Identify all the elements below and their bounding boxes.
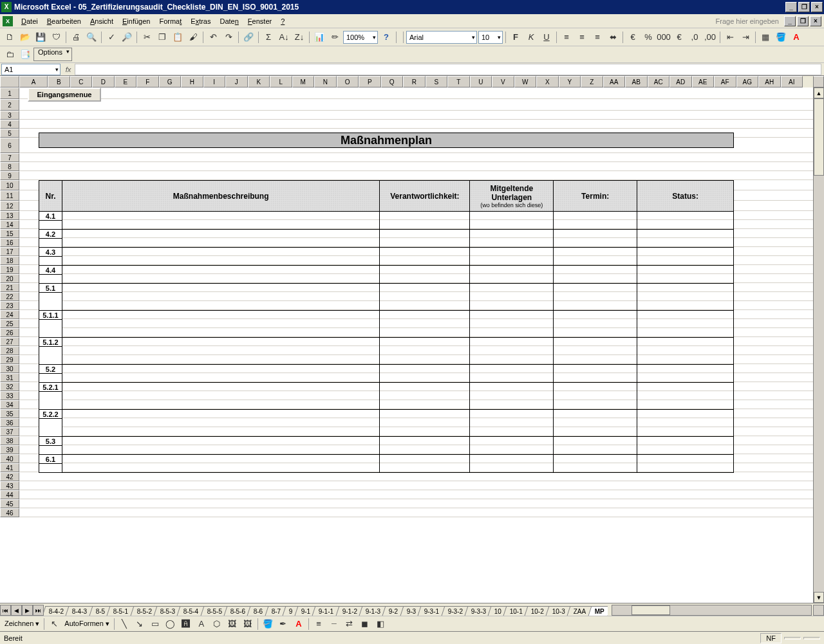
column-header-O[interactable]: O (337, 76, 359, 87)
data-cell[interactable] (62, 410, 379, 437)
spelling-icon[interactable]: ✓ (104, 30, 118, 44)
menu-extras[interactable]: Extras (186, 16, 215, 26)
row-header-15[interactable]: 15 (0, 229, 19, 238)
row-header-6[interactable]: 6 (0, 138, 19, 153)
hscroll-thumb[interactable] (632, 605, 670, 615)
row-header-16[interactable]: 16 (0, 238, 19, 247)
vertical-scrollbar[interactable]: ▲ ▼ (813, 87, 824, 603)
data-cell[interactable] (470, 410, 554, 437)
column-header-U[interactable]: U (470, 76, 492, 87)
arrow-icon[interactable]: ↘ (133, 617, 147, 631)
data-cell[interactable] (62, 230, 379, 248)
align-right-icon[interactable]: ≡ (590, 30, 604, 44)
row-header-36[interactable]: 36 (0, 418, 19, 427)
custom-btn-1-icon[interactable]: 🗀 (3, 48, 17, 62)
comma-icon[interactable]: 000 (657, 30, 671, 44)
data-cell[interactable] (637, 365, 734, 383)
oval-icon[interactable]: ◯ (164, 617, 178, 631)
data-cell[interactable] (470, 365, 554, 383)
print-icon[interactable]: 🖨 (69, 30, 83, 44)
data-cell[interactable] (380, 311, 470, 338)
column-header-D[interactable]: D (92, 76, 115, 87)
row-header-31[interactable]: 31 (0, 373, 19, 382)
column-header-M[interactable]: M (292, 76, 315, 87)
save-icon[interactable]: 💾 (33, 30, 48, 44)
line-style-icon[interactable]: ≡ (312, 617, 326, 631)
data-cell[interactable] (470, 437, 554, 455)
tab-prev-icon[interactable]: ◀ (11, 605, 22, 616)
column-header-AE[interactable]: AE (692, 76, 715, 87)
row-header-2[interactable]: 2 (0, 99, 19, 111)
formula-input[interactable] (75, 64, 821, 75)
row-header-27[interactable]: 27 (0, 337, 19, 346)
data-cell[interactable] (380, 437, 470, 455)
data-cell[interactable] (554, 248, 637, 266)
data-cell[interactable] (380, 266, 470, 284)
threed-icon[interactable]: ◧ (373, 617, 388, 631)
data-cell[interactable] (554, 365, 637, 383)
row-header-13[interactable]: 13 (0, 211, 19, 220)
data-cell[interactable] (470, 338, 554, 365)
fx-icon[interactable]: fx (62, 66, 75, 73)
data-cell[interactable] (380, 365, 470, 383)
autoformen-menu[interactable]: AutoFormen ▾ (62, 620, 111, 628)
decrease-decimal-icon[interactable]: ,00 (703, 30, 717, 44)
column-header-Q[interactable]: Q (381, 76, 404, 87)
data-cell[interactable] (62, 383, 379, 410)
menu-help[interactable]: ? (276, 16, 289, 26)
data-cell[interactable] (637, 338, 734, 365)
row-header-26[interactable]: 26 (0, 328, 19, 337)
data-cell[interactable] (637, 284, 734, 311)
data-cell[interactable] (380, 410, 470, 437)
row-header-30[interactable]: 30 (0, 364, 19, 373)
column-header-AB[interactable]: AB (625, 76, 648, 87)
row-header-19[interactable]: 19 (0, 265, 19, 274)
open-icon[interactable]: 📂 (18, 30, 32, 44)
increase-decimal-icon[interactable]: ,0 (688, 30, 702, 44)
picture-icon[interactable]: 🖼 (241, 617, 255, 631)
line-icon[interactable]: ╲ (117, 617, 131, 631)
row-header-29[interactable]: 29 (0, 355, 19, 364)
font-combo[interactable]: Arial (406, 31, 477, 44)
row-header-5[interactable]: 5 (0, 129, 19, 138)
data-cell[interactable] (470, 284, 554, 311)
ask-a-question-box[interactable]: Frage hier eingeben (716, 17, 783, 25)
arrow-style-icon[interactable]: ⇄ (342, 617, 357, 631)
tab-split-handle[interactable] (813, 605, 824, 616)
data-cell[interactable] (637, 311, 734, 338)
restore-button[interactable]: ❐ (798, 2, 810, 12)
column-header-L[interactable]: L (270, 76, 292, 87)
doc-minimize-button[interactable]: _ (784, 16, 796, 26)
percent-icon[interactable]: % (641, 30, 655, 44)
menu-fenster[interactable]: Fenster (243, 16, 276, 26)
select-objects-icon[interactable]: ↖ (47, 617, 61, 631)
data-cell[interactable] (637, 266, 734, 284)
data-cell[interactable] (62, 212, 379, 230)
data-cell[interactable] (470, 212, 554, 230)
borders-icon[interactable]: ▦ (758, 30, 772, 44)
row-header-1[interactable]: 1 (0, 87, 19, 99)
data-cell[interactable] (470, 266, 554, 284)
column-header-AC[interactable]: AC (648, 76, 670, 87)
cut-icon[interactable]: ✂ (140, 30, 154, 44)
row-header-22[interactable]: 22 (0, 292, 19, 301)
row-header-43[interactable]: 43 (0, 481, 19, 490)
hyperlink-icon[interactable]: 🔗 (241, 30, 256, 44)
data-cell[interactable] (62, 266, 379, 284)
data-cell[interactable] (554, 284, 637, 311)
column-header-Z[interactable]: Z (581, 76, 603, 87)
paste-icon[interactable]: 📋 (171, 30, 185, 44)
align-center-icon[interactable]: ≡ (575, 30, 589, 44)
data-cell[interactable] (637, 212, 734, 230)
data-cell[interactable] (470, 383, 554, 410)
print-preview-icon[interactable]: 🔍 (84, 30, 98, 44)
column-header-AI[interactable]: AI (781, 76, 803, 87)
research-icon[interactable]: 🔎 (120, 30, 134, 44)
tab-last-icon[interactable]: ⏭ (33, 605, 44, 616)
row-header-34[interactable]: 34 (0, 400, 19, 409)
column-header-AH[interactable]: AH (758, 76, 781, 87)
menu-ansicht[interactable]: Ansicht (86, 16, 118, 26)
data-cell[interactable] (380, 455, 470, 473)
row-header-37[interactable]: 37 (0, 427, 19, 436)
data-cell[interactable] (470, 230, 554, 248)
